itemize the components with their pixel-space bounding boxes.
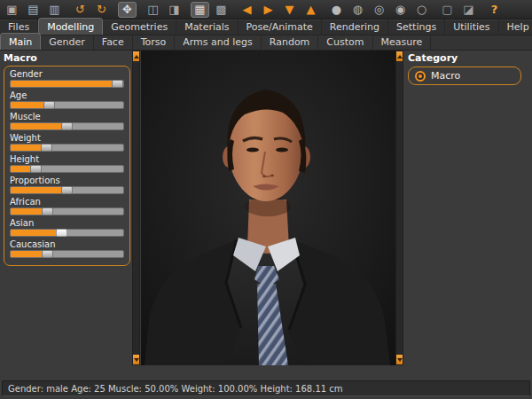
slider-caucasian: Caucasian: [10, 239, 124, 258]
slider-african: African: [10, 197, 124, 215]
load-file-icon[interactable]: ▥: [45, 2, 64, 18]
scroll-down-icon[interactable]: [133, 355, 139, 364]
grab-tool-icon[interactable]: ✥: [118, 2, 137, 18]
camera-reset-icon[interactable]: ▢: [438, 2, 457, 18]
scroll-up-icon[interactable]: [396, 51, 403, 61]
tab-geometries[interactable]: Geometries: [103, 20, 176, 35]
slider-gender-label: Gender: [10, 69, 124, 79]
symmetry-left-icon[interactable]: ◀: [238, 2, 256, 18]
subtab-random[interactable]: Random: [262, 35, 319, 50]
status-text: Gender: male Age: 25 Muscle: 50.00% Weig…: [8, 384, 343, 394]
radio-selected-icon: [415, 71, 426, 82]
viewport-scrollbar[interactable]: [395, 51, 403, 365]
slider-weight-track[interactable]: [10, 144, 124, 152]
category-panel-title: Category: [408, 52, 528, 64]
slider-proportions-track[interactable]: [10, 186, 124, 194]
main-menu-tabs: Files Modelling Geometries Materials Pos…: [0, 20, 532, 35]
subtab-measure[interactable]: Measure: [373, 35, 432, 50]
slider-age-label: Age: [10, 90, 124, 100]
slider-caucasian-track[interactable]: [10, 250, 124, 258]
slider-fill: [11, 123, 67, 129]
slider-fill: [11, 187, 67, 193]
symmetry-right-icon[interactable]: ▶: [259, 2, 278, 18]
status-bar: Gender: male Age: 25 Muscle: 50.00% Weig…: [2, 380, 530, 396]
slider-handle[interactable]: [42, 207, 53, 215]
subdivide-icon[interactable]: ◎: [370, 2, 388, 18]
slider-asian-track[interactable]: [10, 229, 124, 237]
slider-height: Height: [10, 154, 124, 173]
slider-weight-label: Weight: [10, 133, 124, 143]
slider-handle[interactable]: [43, 101, 55, 109]
slider-handle[interactable]: [112, 80, 123, 88]
category-item-label: Macro: [431, 70, 460, 82]
bottom-bar: Gender: male Age: 25 Muscle: 50.00% Weig…: [0, 365, 532, 399]
slider-height-label: Height: [10, 154, 124, 164]
macro-panel: Macro Gender Age Muscle Weight: [0, 51, 133, 365]
slider-proportions-label: Proportions: [10, 176, 124, 185]
tab-pose-animate[interactable]: Pose/Animate: [239, 20, 322, 35]
slider-african-label: African: [10, 197, 124, 207]
slider-fill: [11, 81, 120, 87]
save-file-icon[interactable]: ▤: [24, 2, 43, 18]
macro-slider-group: Gender Age Muscle Weight: [4, 66, 130, 266]
slider-weight: Weight: [10, 133, 124, 152]
help-icon[interactable]: ?: [485, 2, 504, 18]
mirror-up-icon[interactable]: ▲: [301, 2, 320, 18]
modelling-sub-tabs: Main Gender Face Torso Arms and legs Ran…: [0, 35, 532, 51]
scroll-down-icon[interactable]: [396, 355, 403, 364]
subtab-face[interactable]: Face: [94, 35, 133, 50]
character-preview: [141, 51, 395, 365]
camera-view-icon[interactable]: ◪: [459, 2, 478, 18]
slider-handle[interactable]: [41, 144, 52, 152]
tab-materials[interactable]: Materials: [176, 20, 238, 35]
slider-muscle-label: Muscle: [10, 112, 124, 121]
tab-settings[interactable]: Settings: [388, 20, 445, 35]
macro-panel-title: Macro: [4, 52, 130, 64]
undo-icon[interactable]: ↺: [71, 2, 90, 18]
slider-handle[interactable]: [61, 122, 73, 130]
subtab-torso[interactable]: Torso: [133, 35, 176, 50]
viewport-3d[interactable]: [141, 51, 395, 365]
measure-tool-icon[interactable]: ◨: [165, 2, 184, 18]
background-checker-icon[interactable]: ▦: [191, 2, 209, 18]
slider-handle[interactable]: [42, 250, 53, 258]
slider-caucasian-label: Caucasian: [10, 239, 124, 249]
subtab-main[interactable]: Main: [0, 33, 41, 50]
tab-utilities[interactable]: Utilities: [445, 20, 498, 35]
slider-height-track[interactable]: [10, 165, 124, 173]
main-toolbar: ▣ ▤ ▥ ↺ ↻ ✥ ◫ ◨ ▦ ▩ ◀ ▶ ▼ ▲ ● ◍ ◎ ◉ ○ ▢ …: [0, 0, 532, 20]
left-panel-scrollbar[interactable]: [132, 51, 140, 365]
wireframe-icon[interactable]: ◍: [348, 2, 367, 18]
slider-asian-label: Asian: [10, 218, 124, 228]
slider-handle[interactable]: [61, 186, 73, 194]
slider-gender: Gender: [10, 69, 124, 88]
slider-age: Age: [10, 90, 124, 109]
redo-icon[interactable]: ↻: [92, 2, 111, 18]
slider-handle[interactable]: [56, 229, 67, 237]
grid-icon[interactable]: ▩: [212, 2, 231, 18]
subtab-custom[interactable]: Custom: [318, 35, 372, 50]
slider-muscle: Muscle: [10, 112, 124, 130]
slider-asian: Asian: [10, 218, 124, 237]
slider-muscle-track[interactable]: [10, 122, 124, 130]
zoom-tool-icon[interactable]: ◫: [144, 2, 162, 18]
scroll-up-icon[interactable]: [133, 51, 139, 61]
category-panel: Category Macro: [404, 51, 532, 365]
proxy-mesh-icon[interactable]: ◉: [391, 2, 410, 18]
uv-map-icon[interactable]: ○: [412, 2, 431, 18]
slider-handle[interactable]: [30, 165, 42, 173]
tab-modelling[interactable]: Modelling: [38, 18, 103, 35]
category-item-macro[interactable]: Macro: [408, 66, 521, 85]
slider-age-track[interactable]: [10, 101, 124, 109]
subtab-arms-and-legs[interactable]: Arms and legs: [175, 35, 262, 50]
smooth-mesh-icon[interactable]: ●: [327, 2, 346, 18]
slider-african-track[interactable]: [10, 207, 124, 215]
slider-gender-track[interactable]: [10, 80, 124, 88]
subtab-gender[interactable]: Gender: [41, 35, 94, 50]
tab-rendering[interactable]: Rendering: [322, 20, 388, 35]
slider-fill: [11, 230, 62, 236]
render-icon[interactable]: ▣: [3, 2, 21, 18]
slider-proportions: Proportions: [10, 176, 124, 194]
tab-help[interactable]: Help: [499, 20, 532, 35]
mirror-down-icon[interactable]: ▼: [280, 2, 299, 18]
